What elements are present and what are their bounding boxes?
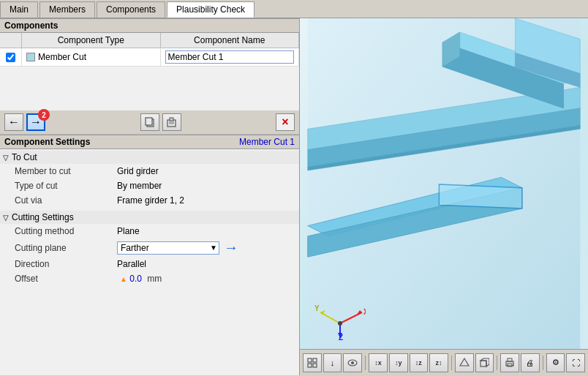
svg-point-44 (338, 321, 342, 326)
setting-cut-via: Cut via Frame girder 1, 2 (0, 193, 299, 208)
svg-rect-47 (308, 364, 312, 367)
main-layout: Components Component Type Component Name… (0, 18, 588, 375)
label-cutting-method: Cutting method (15, 226, 117, 236)
svg-rect-48 (313, 364, 317, 367)
col-header-type: Component Type (22, 33, 161, 48)
copy-icon (144, 116, 156, 128)
value-cut-via: Frame girder 1, 2 (117, 195, 293, 206)
setting-cutting-method: Cutting method Plane (0, 224, 299, 238)
bt-sep-2 (451, 356, 452, 370)
svg-text:X: X (363, 308, 366, 316)
tab-plausibility-check[interactable]: Plausibility Check (167, 1, 255, 18)
label-member-to-cut: Member to cut (15, 166, 117, 176)
value-member-to-cut: Grid girder (117, 166, 293, 176)
svg-point-50 (351, 361, 354, 364)
bt-arrow-down-btn[interactable]: ↓ (323, 353, 342, 372)
cutting-plane-dropdown[interactable]: Farther ▼ (117, 241, 219, 255)
arrow-right-btn[interactable]: → 2 (26, 113, 45, 131)
dropdown-arrow-icon: ▼ (210, 244, 217, 252)
bt-ty-btn[interactable]: ↕y (389, 353, 408, 372)
cutting-settings-group: ▽ Cutting Settings Cutting method Plane … (0, 211, 299, 286)
axis-svg: X Y Z (314, 290, 366, 342)
svg-text:Y: Y (314, 304, 320, 312)
svg-marker-39 (320, 310, 325, 315)
bt-settings-btn[interactable]: ⚙ (546, 353, 565, 372)
offset-row-content: ▲ 0.0 mm (117, 274, 293, 284)
settings-subtitle: Member Cut 1 (239, 137, 295, 147)
left-panel: Components Component Type Component Name… (0, 18, 300, 375)
row-type-label: Member Cut (38, 52, 86, 62)
tab-members[interactable]: Members (39, 1, 95, 18)
offset-value[interactable]: 0.0 (129, 274, 142, 284)
svg-rect-55 (508, 358, 512, 361)
bt-print-btn[interactable] (500, 353, 519, 372)
bt-tz2-btn[interactable]: z↕ (429, 353, 448, 372)
badge-2: 2 (38, 109, 50, 121)
close-btn[interactable]: × (276, 113, 295, 131)
bt-expand-btn[interactable]: ⛶ (566, 353, 585, 372)
svg-rect-3 (170, 118, 173, 121)
to-cut-group: ▽ To Cut Member to cut Grid girder Type … (0, 151, 299, 208)
svg-line-35 (340, 312, 362, 323)
3d-viewport[interactable]: X Y Z ↓ ↕x ↕y (300, 18, 588, 375)
copy-btn[interactable] (140, 113, 159, 131)
row-checkbox[interactable] (6, 53, 15, 62)
value-cutting-method: Plane (117, 226, 293, 236)
cutting-plane-arrow-indicator: → (224, 239, 238, 256)
svg-marker-51 (460, 358, 469, 366)
setting-offset: Offset ▲ 0.0 mm (0, 271, 299, 286)
bt-eye-btn[interactable] (343, 353, 362, 372)
setting-member-to-cut: Member to cut Grid girder (0, 164, 299, 178)
svg-text:Z: Z (339, 334, 343, 342)
settings-title: Component Settings (4, 137, 90, 147)
component-name-input[interactable] (165, 50, 295, 64)
table-spacer (0, 67, 299, 110)
table-row: Member Cut (0, 48, 299, 67)
to-cut-label: To Cut (12, 152, 37, 162)
bt-grid-btn[interactable] (303, 353, 322, 372)
component-settings-header: Component Settings Member Cut 1 (0, 135, 299, 149)
svg-rect-52 (480, 361, 486, 366)
cutting-plane-value: Farther (121, 243, 149, 253)
label-cut-via: Cut via (15, 195, 117, 206)
bt-sep-1 (365, 356, 366, 370)
axis-indicator: X Y Z (314, 290, 366, 342)
label-offset: Offset (15, 274, 117, 284)
tab-main[interactable]: Main (0, 1, 38, 18)
tab-components[interactable]: Components (97, 1, 165, 18)
to-cut-group-header[interactable]: ▽ To Cut (0, 151, 299, 164)
value-direction: Parallel (117, 259, 293, 269)
setting-direction: Direction Parallel (0, 257, 299, 271)
color-swatch (26, 53, 35, 61)
label-direction: Direction (15, 259, 117, 269)
tab-bar: Main Members Components Plausibility Che… (0, 0, 588, 18)
col-header-check (0, 33, 22, 48)
label-type-of-cut: Type of cut (15, 181, 117, 191)
setting-cutting-plane[interactable]: Cutting plane Farther ▼ → (0, 238, 299, 257)
svg-rect-45 (308, 358, 312, 362)
to-cut-toggle-icon: ▽ (3, 154, 9, 162)
svg-marker-53 (480, 358, 489, 366)
bt-tx-btn[interactable]: ↕x (369, 353, 388, 372)
row-checkbox-cell[interactable] (0, 48, 22, 66)
cutting-settings-group-header[interactable]: ▽ Cutting Settings (0, 211, 299, 224)
components-section-header: Components (0, 18, 299, 33)
value-type-of-cut: By member (117, 181, 293, 191)
component-toolbar: ← → 2 (0, 110, 299, 135)
arrow-left-btn[interactable]: ← (4, 113, 23, 131)
bt-cube-btn[interactable] (475, 353, 494, 372)
components-table-header: Component Type Component Name (0, 33, 299, 48)
setting-type-of-cut: Type of cut By member (0, 178, 299, 193)
bt-tz-btn[interactable]: ↕z (410, 353, 429, 372)
col-header-name: Component Name (161, 33, 300, 48)
svg-rect-46 (313, 358, 317, 362)
bt-shape-btn[interactable] (455, 353, 474, 372)
row-type-cell: Member Cut (22, 48, 161, 66)
row-name-cell[interactable] (161, 48, 300, 66)
svg-line-38 (320, 312, 340, 323)
paste-icon (166, 116, 178, 128)
bt-sep-4 (543, 356, 543, 370)
paste-btn[interactable] (162, 113, 181, 131)
svg-rect-1 (146, 118, 152, 125)
bt-printer2-btn[interactable]: 🖨 (521, 353, 540, 372)
